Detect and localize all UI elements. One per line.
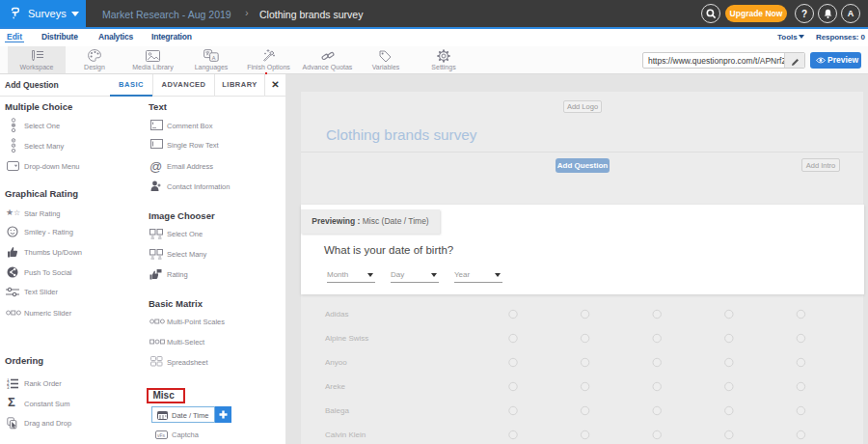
svg-text:vFs: vFs [157, 432, 166, 438]
svg-text:3: 3 [7, 385, 10, 389]
svg-text:A: A [212, 55, 216, 61]
